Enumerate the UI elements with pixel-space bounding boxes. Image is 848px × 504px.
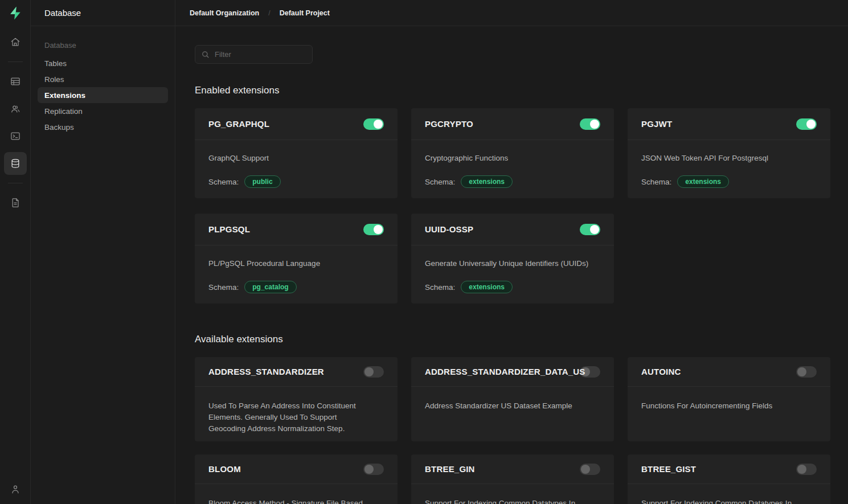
extension-name: PGJWT xyxy=(641,119,672,129)
schema-row: Schema: extensions xyxy=(425,175,600,188)
extension-description: Cryptographic Functions xyxy=(425,153,590,164)
extension-toggle[interactable] xyxy=(363,366,384,378)
extension-card: PLPGSQL PL/PgSQL Procedural Language Sch… xyxy=(195,214,398,304)
extension-toggle[interactable] xyxy=(580,224,600,235)
schema-row: Schema: extensions xyxy=(425,281,600,293)
extension-name: BLOOM xyxy=(208,464,241,474)
schema-row: Schema: extensions xyxy=(641,175,817,188)
extension-name: PLPGSQL xyxy=(208,224,250,234)
filter-box xyxy=(195,45,313,64)
schema-badge: extensions xyxy=(461,175,513,188)
extension-description: PL/PgSQL Procedural Language xyxy=(208,258,374,269)
extension-card-header: BTREE_GIST xyxy=(628,454,830,484)
sidebar-item-extensions[interactable]: Extensions xyxy=(38,87,168,103)
extension-card-body: Generate Universally Unique Identifiers … xyxy=(411,245,614,304)
extension-description: Functions For Autoincrementing Fields xyxy=(641,400,806,412)
extension-card-header: PGCRYPTO xyxy=(411,108,614,140)
extension-toggle[interactable] xyxy=(363,118,384,130)
enabled-extensions-grid: PG_GRAPHQL GraphQL Support Schema: publi… xyxy=(195,108,830,304)
extension-name: PGCRYPTO xyxy=(425,119,473,129)
filter-input[interactable] xyxy=(215,50,300,59)
extension-toggle[interactable] xyxy=(796,464,817,475)
extension-card-body: PL/PgSQL Procedural Language Schema: pg_… xyxy=(195,245,398,304)
auth-users-icon[interactable] xyxy=(4,97,27,120)
sidebar-item-roles[interactable]: Roles xyxy=(38,71,168,87)
extension-name: AUTOINC xyxy=(641,367,681,376)
database-icon[interactable] xyxy=(4,152,27,175)
schema-label: Schema: xyxy=(208,178,239,186)
extension-card-body: Functions For Autoincrementing Fields xyxy=(628,387,830,441)
extension-toggle[interactable] xyxy=(580,464,600,475)
breadcrumb-organization[interactable]: Default Organization xyxy=(190,9,259,17)
user-account-icon[interactable] xyxy=(4,478,27,501)
sidebar-item-replication[interactable]: Replication xyxy=(38,103,168,119)
extension-card-body: Support For Indexing Common Datatypes In… xyxy=(411,484,614,504)
toggle-knob xyxy=(590,120,599,129)
extension-description: GraphQL Support xyxy=(208,153,374,164)
schema-row: Schema: public xyxy=(208,175,384,188)
sidebar-item-tables[interactable]: Tables xyxy=(38,55,168,71)
extension-card-body: Address Standardizer US Dataset Example xyxy=(411,387,614,441)
extension-description: Bloom Access Method - Signature File Bas… xyxy=(208,498,374,504)
toggle-knob xyxy=(364,465,374,474)
extension-card-header: PG_GRAPHQL xyxy=(195,108,398,140)
extension-toggle[interactable] xyxy=(796,366,817,378)
sidebar-title: Database xyxy=(31,0,175,26)
extension-card-body: Used To Parse An Address Into Constituen… xyxy=(195,387,398,445)
extension-card: AUTOINC Functions For Autoincrementing F… xyxy=(628,357,830,441)
rail-bottom xyxy=(4,478,27,501)
extension-description: JSON Web Token API For Postgresql xyxy=(641,153,806,164)
extension-card-header: PGJWT xyxy=(628,108,830,140)
extension-toggle[interactable] xyxy=(580,118,600,130)
schema-label: Schema: xyxy=(641,178,671,186)
breadcrumb-project[interactable]: Default Project xyxy=(280,9,330,17)
search-icon xyxy=(201,50,210,59)
toggle-knob xyxy=(581,465,590,474)
table-editor-icon[interactable] xyxy=(4,70,27,93)
extension-card: PG_GRAPHQL GraphQL Support Schema: publi… xyxy=(195,108,398,198)
extension-name: PG_GRAPHQL xyxy=(208,119,269,129)
extension-toggle[interactable] xyxy=(363,464,384,475)
toggle-knob xyxy=(806,120,816,129)
home-icon[interactable] xyxy=(4,31,27,54)
sql-terminal-icon[interactable] xyxy=(4,125,27,147)
extension-card: PGJWT JSON Web Token API For Postgresql … xyxy=(628,108,830,198)
sidebar-item-backups[interactable]: Backups xyxy=(38,119,168,135)
schema-label: Schema: xyxy=(425,178,455,186)
icon-rail xyxy=(0,0,31,504)
schema-row: Schema: pg_catalog xyxy=(208,281,384,293)
extension-card-header: ADDRESS_STANDARDIZER xyxy=(195,357,398,387)
extension-description: Address Standardizer US Dataset Example xyxy=(425,400,590,412)
toggle-knob xyxy=(797,465,806,474)
available-extensions-heading: Available extensions xyxy=(195,334,830,345)
extension-description: Used To Parse An Address Into Constituen… xyxy=(208,400,374,435)
schema-label: Schema: xyxy=(208,283,239,292)
breadcrumb-separator: / xyxy=(268,9,270,17)
enabled-extensions-heading: Enabled extensions xyxy=(195,85,830,96)
toggle-knob xyxy=(364,367,374,376)
rail-divider xyxy=(8,183,23,183)
extension-card: PGCRYPTO Cryptographic Functions Schema:… xyxy=(411,108,614,198)
rail-nav xyxy=(4,31,27,214)
extension-card: BTREE_GIN Support For Indexing Common Da… xyxy=(411,454,614,504)
extension-toggle[interactable] xyxy=(363,224,384,235)
breadcrumb: Default Organization / Default Project xyxy=(175,0,848,26)
extension-card-header: AUTOINC xyxy=(628,357,830,387)
sidebar: Database Database TablesRolesExtensionsR… xyxy=(31,0,175,504)
extension-name: UUID-OSSP xyxy=(425,224,473,234)
rail-divider xyxy=(8,62,23,62)
extension-toggle[interactable] xyxy=(796,118,817,130)
extension-description: Support For Indexing Common Datatypes In… xyxy=(425,498,590,504)
extension-name: BTREE_GIST xyxy=(641,464,696,474)
extension-card: BTREE_GIST Support For Indexing Common D… xyxy=(628,454,830,504)
extension-card-body: Support For Indexing Common Datatypes In xyxy=(628,484,830,504)
logs-file-icon[interactable] xyxy=(4,191,27,214)
schema-label: Schema: xyxy=(425,283,455,292)
main-area: Default Organization / Default Project E… xyxy=(175,0,848,504)
schema-badge: pg_catalog xyxy=(244,281,296,293)
schema-badge: public xyxy=(244,175,280,188)
supabase-logo-icon[interactable] xyxy=(0,0,31,26)
extension-card-body: Bloom Access Method - Signature File Bas… xyxy=(195,484,398,504)
extension-card-body: GraphQL Support Schema: public xyxy=(195,140,398,198)
extension-card-header: ADDRESS_STANDARDIZER_DATA_US xyxy=(411,357,614,387)
